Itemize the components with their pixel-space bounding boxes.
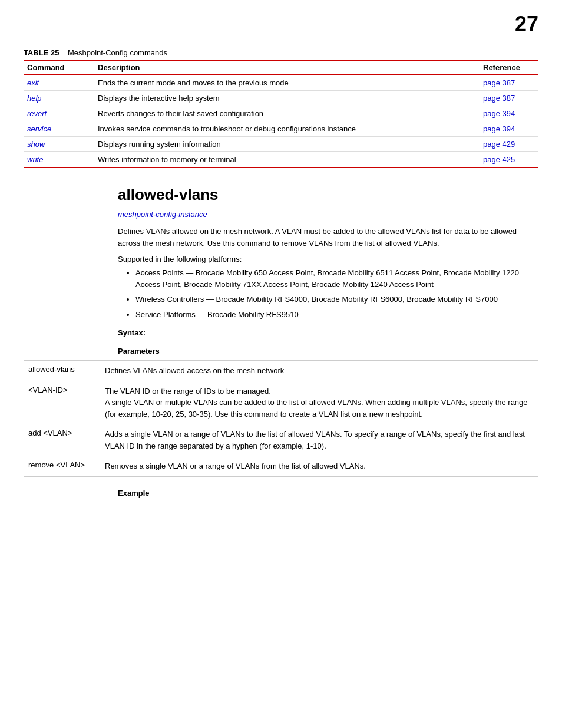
param-name: remove <VLAN> — [24, 456, 100, 477]
table-row: serviceInvokes service commands to troub… — [24, 121, 538, 137]
col-header-command: Command — [24, 60, 94, 75]
command-description: Displays running system information — [94, 137, 480, 152]
param-description: Defines VLANs allowed access on the mesh… — [100, 361, 538, 381]
section-description: Defines VLANs allowed on the mesh networ… — [118, 226, 538, 249]
param-description: Removes a single VLAN or a range of VLAN… — [100, 456, 538, 477]
command-description: Writes information to memory or terminal — [94, 152, 480, 168]
col-header-reference: Reference — [480, 60, 538, 75]
command-table: Command Description Reference exitEnds t… — [24, 60, 538, 168]
command-link[interactable]: show — [27, 140, 45, 149]
command-link[interactable]: write — [27, 155, 43, 164]
command-link[interactable]: revert — [27, 109, 47, 118]
breadcrumb-link[interactable]: meshpoint-config-instance — [118, 210, 538, 219]
command-description: Invokes service commands to troubleshoot… — [94, 121, 480, 137]
table-row: add <VLAN>Adds a single VLAN or a range … — [24, 424, 538, 456]
command-reference: page 387 — [480, 91, 538, 106]
table-row: revertReverts changes to their last save… — [24, 106, 538, 121]
col-header-description: Description — [94, 60, 480, 75]
command-link[interactable]: service — [27, 124, 51, 133]
supported-intro: Supported in the following platforms: — [118, 255, 538, 263]
parameters-table: allowed-vlansDefines VLANs allowed acces… — [24, 360, 538, 477]
param-name: add <VLAN> — [24, 424, 100, 456]
list-item: Service Platforms — Brocade Mobility RFS… — [135, 309, 538, 321]
parameters-label: Parameters — [118, 347, 538, 355]
command-reference: page 429 — [480, 137, 538, 152]
param-name: allowed-vlans — [24, 361, 100, 381]
command-description: Ends the current mode and moves to the p… — [94, 75, 480, 91]
table-row: remove <VLAN>Removes a single VLAN or a … — [24, 456, 538, 477]
platform-list: Access Points — Brocade Mobility 650 Acc… — [135, 267, 538, 320]
table-title: Meshpoint-Config commands — [68, 48, 167, 57]
syntax-label: Syntax: — [118, 328, 538, 337]
table-row: exitEnds the current mode and moves to t… — [24, 75, 538, 91]
example-label: Example — [118, 489, 538, 498]
command-description: Reverts changes to their last saved conf… — [94, 106, 480, 121]
table-row: writeWrites information to memory or ter… — [24, 152, 538, 168]
command-link[interactable]: exit — [27, 78, 39, 87]
param-name: <VLAN-ID> — [24, 381, 100, 424]
command-reference: page 387 — [480, 75, 538, 91]
table-row: <VLAN-ID>The VLAN ID or the range of IDs… — [24, 381, 538, 424]
table-row: showDisplays running system informationp… — [24, 137, 538, 152]
section-title: allowed-vlans — [118, 186, 538, 204]
command-link[interactable]: help — [27, 94, 42, 103]
command-reference: page 394 — [480, 121, 538, 137]
table-row: allowed-vlansDefines VLANs allowed acces… — [24, 361, 538, 381]
command-reference: page 425 — [480, 152, 538, 168]
command-description: Displays the interactive help system — [94, 91, 480, 106]
table-row: helpDisplays the interactive help system… — [24, 91, 538, 106]
list-item: Access Points — Brocade Mobility 650 Acc… — [135, 267, 538, 290]
table-number: TABLE 25 — [24, 48, 59, 57]
command-reference: page 394 — [480, 106, 538, 121]
page-number: 27 — [24, 12, 538, 37]
list-item: Wireless Controllers — Brocade Mobility … — [135, 294, 538, 305]
param-description: The VLAN ID or the range of IDs to be ma… — [100, 381, 538, 424]
param-description: Adds a single VLAN or a range of VLANs t… — [100, 424, 538, 456]
command-extra: instance — [328, 124, 356, 133]
table-label: TABLE 25 Meshpoint-Config commands — [24, 48, 167, 57]
